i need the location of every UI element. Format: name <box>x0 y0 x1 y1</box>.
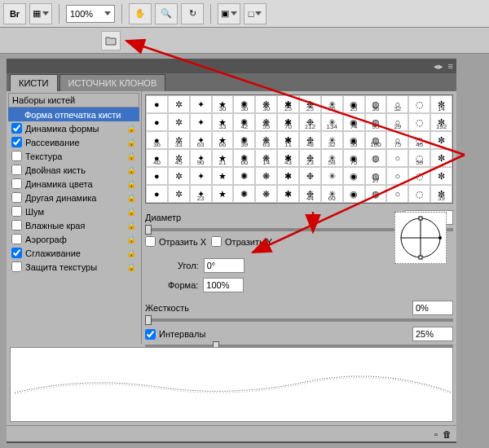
brush-preset[interactable]: ◉ <box>343 185 365 203</box>
brush-preset[interactable]: ✱ <box>277 167 299 185</box>
bridge-button[interactable]: Br <box>3 3 26 24</box>
brush-preset[interactable]: ❉25 <box>299 95 321 113</box>
brush-preset[interactable]: ✼ <box>430 149 452 167</box>
brush-preset[interactable]: ◍17 <box>365 167 387 185</box>
brush-preset[interactable]: ✱25 <box>277 95 299 113</box>
brush-preset[interactable]: ✺42 <box>233 113 255 131</box>
spacing-input[interactable] <box>412 327 453 341</box>
angle-input[interactable] <box>204 258 244 273</box>
brush-preset[interactable]: ✼39 <box>430 185 452 203</box>
option-scattering[interactable]: Рассеивание🔒 <box>8 135 139 149</box>
brush-preset[interactable]: ◍95 <box>365 113 387 131</box>
brush-preset[interactable]: ✦ <box>190 113 212 131</box>
brush-preset[interactable]: ◉25 <box>343 95 365 113</box>
rotate-view-button[interactable]: ↻ <box>181 3 204 24</box>
brush-preset[interactable]: ● <box>146 167 168 185</box>
brush-preset[interactable]: ◉74 <box>343 113 365 131</box>
brush-preset[interactable]: ✲45 <box>168 149 190 167</box>
check-other-dynamics[interactable] <box>11 192 22 203</box>
brush-preset[interactable]: ● <box>146 113 168 131</box>
roundness-input[interactable] <box>203 278 244 292</box>
brush-preset[interactable]: ✱70 <box>277 113 299 131</box>
brush-preset-grid[interactable]: ●✲✦★30✺30❋30✱25❉25✳36◉25◍36○32◌✼14●✲✦★33… <box>145 94 453 204</box>
check-scattering[interactable] <box>11 137 22 147</box>
new-preset-icon[interactable]: ▫ <box>434 429 438 439</box>
brush-preset[interactable]: ✱43 <box>277 149 299 167</box>
brush-preset[interactable]: ◉75 <box>343 149 365 167</box>
brush-preset[interactable]: ●36 <box>146 131 168 149</box>
angle-widget[interactable] <box>394 212 447 264</box>
brush-preset[interactable]: ✺30 <box>233 95 255 113</box>
zoom-select[interactable]: 100% <box>66 5 115 23</box>
film-button[interactable]: ▦ <box>29 3 52 24</box>
brush-preset[interactable]: ✼192 <box>430 113 452 131</box>
brush-preset[interactable]: ★66 <box>212 131 234 149</box>
brush-preset[interactable]: ✦63 <box>190 131 212 149</box>
option-wet-edges[interactable]: Влажные края🔒 <box>8 218 139 232</box>
hardness-input[interactable] <box>412 301 453 315</box>
brush-preset[interactable]: ❋ <box>255 185 277 203</box>
brush-preset[interactable]: ◌ <box>408 167 430 185</box>
brush-preset[interactable]: ❉44 <box>299 185 321 203</box>
brush-preset[interactable]: ◉55 <box>343 131 365 149</box>
check-wet-edges[interactable] <box>11 220 22 231</box>
brush-preset[interactable]: ❉112 <box>299 113 321 131</box>
brush-preset[interactable]: ✱11 <box>277 131 299 149</box>
check-texture[interactable] <box>11 151 22 161</box>
brush-preset[interactable]: ✳60 <box>321 185 343 203</box>
brush-preset[interactable]: ✦ <box>190 95 212 113</box>
brush-preset[interactable]: ◌59 <box>408 149 430 167</box>
check-dual-brush[interactable] <box>11 165 22 175</box>
brush-preset[interactable]: ◉ <box>343 167 365 185</box>
brush-preset[interactable]: ✳36 <box>321 95 343 113</box>
spacing-checkbox[interactable]: Интервалы <box>145 329 205 340</box>
brush-preset[interactable]: ✲ <box>168 113 190 131</box>
brush-preset[interactable]: ❋14 <box>255 149 277 167</box>
brush-preset[interactable]: ◍100 <box>365 131 387 149</box>
brush-preset[interactable]: ◍ <box>365 185 387 203</box>
brush-preset[interactable]: ● <box>146 95 168 113</box>
brush-preset[interactable]: ◍ <box>365 149 387 167</box>
brush-preset[interactable]: ✦23 <box>190 185 212 203</box>
brush-preset[interactable]: ◌ <box>408 185 430 203</box>
check-smoothing[interactable] <box>11 248 22 258</box>
option-noise[interactable]: Шум🔒 <box>8 204 139 218</box>
brush-preset[interactable]: ❉48 <box>299 131 321 149</box>
brush-preset[interactable]: ●40 <box>146 149 168 167</box>
brush-preset[interactable]: ✳ <box>321 167 343 185</box>
brush-preset[interactable]: ✦90 <box>190 149 212 167</box>
brush-preset[interactable]: ○ <box>386 167 408 185</box>
brush-preset[interactable]: ○75 <box>386 131 408 149</box>
tab-brushes[interactable]: КИСТИ <box>10 74 58 91</box>
brush-preset[interactable]: ✺ <box>233 185 255 203</box>
option-smoothing[interactable]: Сглаживание🔒 <box>8 246 139 260</box>
brush-preset[interactable]: ❋ <box>255 167 277 185</box>
collapse-icon[interactable]: ◂▸ <box>434 61 443 72</box>
brush-preset[interactable]: ✺60 <box>233 149 255 167</box>
delete-icon[interactable]: 🗑 <box>443 429 452 439</box>
brush-presets-header[interactable]: Наборы кистей <box>8 93 139 108</box>
flip-y-checkbox[interactable]: Отразить Y <box>211 236 272 247</box>
brush-preset[interactable]: ★ <box>212 167 234 185</box>
folder-icon[interactable] <box>101 31 121 51</box>
brush-preset[interactable]: ❋63 <box>255 131 277 149</box>
arrange-button[interactable]: ▣ <box>218 3 240 24</box>
brush-preset[interactable]: ○29 <box>386 113 408 131</box>
brush-preset[interactable]: ○32 <box>386 95 408 113</box>
brush-preset[interactable]: ● <box>146 185 168 203</box>
brush-preset[interactable]: ❉ <box>299 167 321 185</box>
brush-preset[interactable]: ✲ <box>168 185 190 203</box>
check-color-dynamics[interactable] <box>11 178 22 189</box>
option-texture[interactable]: Текстура🔒 <box>8 149 139 163</box>
option-tip-shape[interactable]: Форма отпечатка кисти <box>8 108 139 121</box>
brush-preset[interactable]: ★21 <box>212 149 234 167</box>
check-shape-dynamics[interactable] <box>11 123 22 134</box>
brush-preset[interactable]: ✱ <box>277 185 299 203</box>
option-color-dynamics[interactable]: Динамика цвета🔒 <box>8 177 139 191</box>
tab-clone-source[interactable]: ИСТОЧНИК КЛОНОВ <box>59 74 166 91</box>
hardness-slider[interactable] <box>145 318 453 322</box>
check-airbrush[interactable] <box>11 234 22 244</box>
option-protect-texture[interactable]: Защита текстуры🔒 <box>8 260 139 274</box>
brush-preset[interactable]: ✲33 <box>168 131 190 149</box>
hand-tool-button[interactable]: ✋ <box>129 3 152 24</box>
